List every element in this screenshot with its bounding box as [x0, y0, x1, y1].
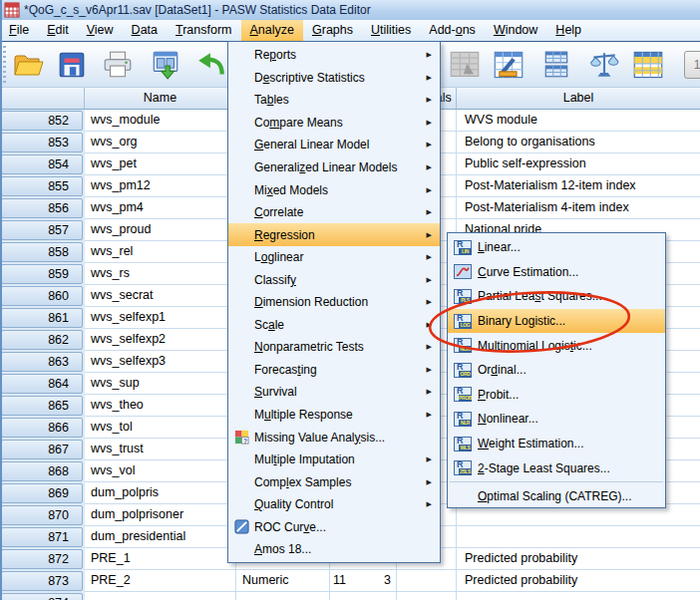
label-cell[interactable]: Belong to organisations — [457, 132, 700, 153]
name-cell[interactable]: PRE_1 — [85, 548, 236, 570]
name-cell[interactable]: wvs_secrat — [85, 285, 236, 307]
name-cell[interactable]: wvs_tol — [85, 417, 236, 439]
menu-view[interactable]: View — [78, 20, 123, 41]
name-cell[interactable]: wvs_vol — [85, 460, 236, 482]
name-cell[interactable]: wvs_pm4 — [85, 197, 236, 219]
row-number[interactable]: 853 — [1, 133, 83, 152]
menu-utilities[interactable]: Utilities — [362, 20, 420, 41]
submenu-item-optimal-scaling-catreg[interactable]: Optimal Scaling (CATREG)... — [448, 484, 665, 509]
split-file-icon[interactable] — [538, 48, 574, 82]
menu-help[interactable]: Help — [546, 20, 590, 41]
open-file-icon[interactable] — [10, 48, 46, 82]
menu-item-generalized-linear-models[interactable]: Generalized Linear Models▶ — [228, 156, 440, 179]
row-number[interactable]: 861 — [1, 308, 83, 328]
submenu-item-partial-least-squares[interactable]: RPLSPartial Least Squares... — [448, 284, 665, 309]
menu-item-complex-samples[interactable]: Complex Samples▶ — [228, 470, 440, 493]
submenu-item-nonlinear[interactable]: RNLRNonlinear... — [448, 407, 665, 432]
menu-item-amos-18[interactable]: Amos 18... — [228, 538, 440, 561]
name-cell[interactable]: wvs_selfexp1 — [85, 307, 236, 329]
menu-item-roc-curve[interactable]: ROC Curve... — [228, 515, 440, 538]
row-number[interactable]: 865 — [1, 396, 83, 416]
row-number[interactable]: 874 — [1, 593, 83, 600]
row-number[interactable]: 856 — [1, 198, 83, 218]
save-icon[interactable] — [54, 48, 90, 82]
menu-item-multiple-response[interactable]: Multiple Response▶ — [228, 404, 440, 427]
menu-item-tables[interactable]: Tables▶ — [228, 89, 440, 112]
menu-item-general-linear-model[interactable]: General Linear Model▶ — [228, 134, 440, 156]
menu-item-mixed-models[interactable]: Mixed Models▶ — [228, 178, 440, 201]
variables-icon[interactable] — [491, 48, 526, 82]
menu-item-loglinear[interactable]: Loglinear▶ — [228, 246, 440, 269]
row-number[interactable]: 854 — [1, 154, 83, 174]
name-cell[interactable]: wvs_rs — [85, 263, 236, 285]
menu-item-forecasting[interactable]: Forecasting▶ — [228, 359, 440, 382]
menu-item-missing-value-analysis[interactable]: ?Missing Value Analysis... — [228, 426, 440, 449]
name-cell[interactable]: wvs_trust — [85, 439, 236, 460]
submenu-item-probit[interactable]: RPROBProbit... — [448, 383, 665, 408]
row-number[interactable]: 870 — [1, 505, 83, 525]
weigh-cases-icon[interactable] — [586, 48, 622, 82]
row-number[interactable]: 859 — [1, 264, 83, 284]
recall-dialogs-icon[interactable] — [148, 48, 183, 82]
submenu-item-binary-logistic[interactable]: RLOGBinary Logistic... — [448, 309, 665, 334]
print-icon[interactable] — [100, 48, 136, 82]
row-number[interactable]: 873 — [1, 571, 83, 591]
menu-analyze[interactable]: Analyze — [241, 20, 303, 41]
menu-item-dimension-reduction[interactable]: Dimension Reduction▶ — [228, 291, 440, 314]
name-cell[interactable]: wvs_pm12 — [85, 175, 236, 197]
menu-item-descriptive-statistics[interactable]: Descriptive Statistics▶ — [228, 67, 440, 90]
menu-edit[interactable]: Edit — [38, 20, 78, 41]
menu-item-reports[interactable]: Reports▶ — [228, 44, 440, 67]
row-number[interactable]: 857 — [1, 220, 83, 240]
name-cell[interactable]: wvs_theo — [85, 395, 236, 417]
row-number[interactable]: 872 — [1, 549, 83, 569]
middle-cells[interactable] — [236, 592, 457, 600]
menu-item-survival[interactable]: Survival▶ — [228, 381, 440, 404]
name-cell[interactable]: wvs_sup — [85, 373, 236, 395]
submenu-item-weight-estimation[interactable]: RWLSWeight Estimation... — [448, 432, 665, 456]
name-cell[interactable]: wvs_pet — [85, 153, 236, 175]
row-number[interactable]: 864 — [1, 374, 83, 394]
row-number[interactable]: 869 — [1, 483, 83, 503]
label-cell[interactable]: Post-Materialism 4-item index — [457, 197, 700, 219]
name-cell[interactable]: wvs_module — [85, 110, 236, 132]
row-number[interactable]: 862 — [1, 330, 83, 350]
name-cell[interactable] — [85, 592, 236, 600]
name-cell[interactable]: wvs_proud — [85, 219, 236, 241]
row-number[interactable]: 852 — [1, 111, 83, 131]
menu-file[interactable]: File — [0, 20, 38, 41]
name-cell[interactable]: dum_polpris — [85, 482, 236, 504]
menu-transform[interactable]: Transform — [167, 20, 241, 41]
name-cell[interactable]: wvs_rel — [85, 241, 236, 263]
submenu-item-multinomial-logistic[interactable]: RNOMMultinomial Logistic... — [448, 333, 665, 358]
menu-item-compare-means[interactable]: Compare Means▶ — [228, 112, 440, 135]
undo-icon[interactable] — [193, 48, 229, 82]
middle-cells[interactable]: Numeric113 — [236, 570, 457, 592]
select-cases-icon[interactable] — [630, 48, 666, 82]
menu-item-scale[interactable]: Scale▶ — [228, 314, 440, 337]
submenu-item-ordinal[interactable]: RORDOrdinal... — [448, 358, 665, 383]
row-number[interactable]: 855 — [1, 176, 83, 196]
submenu-item-2-stage-least-squares[interactable]: R2SLS2-Stage Least Squares... — [448, 455, 665, 480]
name-cell[interactable]: wvs_org — [85, 132, 236, 153]
label-column-header[interactable]: Label — [457, 88, 700, 110]
menu-item-classify[interactable]: Classify▶ — [228, 268, 440, 291]
label-cell[interactable]: Predicted probability — [457, 570, 700, 592]
case-count-button[interactable]: 1 — [684, 51, 700, 79]
name-cell[interactable]: dum_polprisoner — [85, 504, 236, 526]
submenu-item-linear[interactable]: RLINLinear... — [448, 235, 665, 260]
name-cell[interactable]: dum_presidential — [85, 526, 236, 548]
row-number[interactable]: 860 — [1, 286, 83, 306]
menu-window[interactable]: Window — [485, 20, 546, 41]
menu-data[interactable]: Data — [123, 20, 167, 41]
label-cell[interactable]: WVS module — [457, 110, 700, 132]
submenu-item-curve-estimation[interactable]: Curve Estimation... — [448, 260, 665, 285]
label-cell[interactable] — [457, 526, 700, 548]
row-number[interactable]: 858 — [1, 242, 83, 262]
menu-item-multiple-imputation[interactable]: Multiple Imputation▶ — [228, 449, 440, 471]
row-number[interactable]: 866 — [1, 418, 83, 438]
menu-item-quality-control[interactable]: Quality Control▶ — [228, 493, 440, 516]
name-cell[interactable]: wvs_selfexp2 — [85, 329, 236, 351]
row-number[interactable]: 867 — [1, 440, 83, 459]
row-number[interactable]: 868 — [1, 461, 83, 481]
